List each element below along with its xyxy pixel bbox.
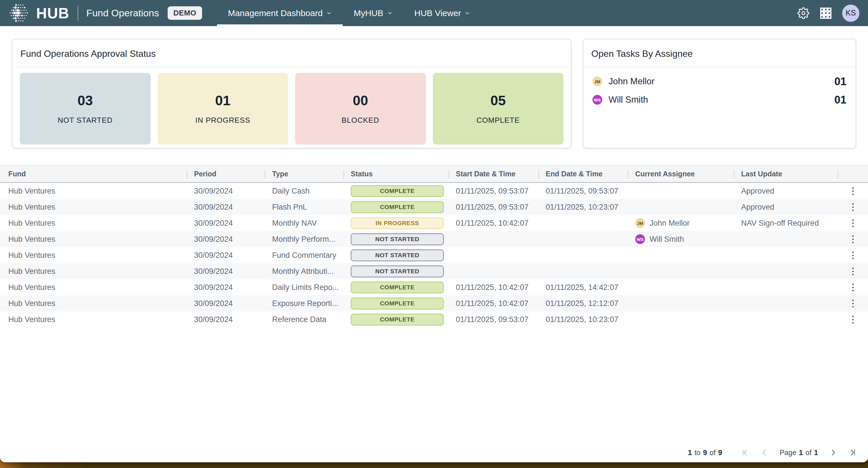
- apps-grid-button[interactable]: [820, 7, 832, 19]
- cell-start-date: 01/11/2025, 10:42:07: [448, 279, 538, 295]
- column-header-fund[interactable]: Fund: [0, 165, 187, 182]
- cell-fund: Hub Ventures: [0, 247, 187, 263]
- nav-tab-label: Management Dashboard: [228, 8, 322, 18]
- user-avatar[interactable]: KS: [842, 5, 859, 22]
- range-start: 1: [688, 448, 692, 457]
- cell-last-update: [734, 263, 838, 279]
- cell-start-date: 01/11/2025, 10:42:07: [448, 215, 538, 231]
- cell-start-date: 01/11/2025, 10:42:07: [448, 295, 538, 311]
- cell-end-date: 01/11/2025, 10:23:07: [538, 199, 628, 215]
- assignee-open-task-count: 01: [834, 75, 846, 88]
- cell-fund: Hub Ventures: [0, 311, 187, 328]
- row-menu-button[interactable]: [849, 185, 857, 198]
- cell-actions: [838, 247, 868, 263]
- table-row[interactable]: Hub Ventures30/09/2024Flash PnLCOMPLETE0…: [0, 199, 868, 215]
- approval-status-card: Fund Operations Approval Status 03NOT ST…: [12, 39, 571, 148]
- tile-count: 05: [491, 93, 506, 108]
- cell-start-date: 01/11/2025, 09:53:07: [448, 311, 538, 328]
- assignee-name: John Mellor: [609, 76, 654, 87]
- cell-fund: Hub Ventures: [0, 263, 187, 279]
- cell-period: 30/09/2024: [187, 279, 265, 295]
- cell-last-update: NAV Sign-off Required: [734, 215, 838, 231]
- row-menu-button[interactable]: [849, 200, 857, 214]
- cell-period: 30/09/2024: [187, 295, 265, 311]
- settings-button[interactable]: [797, 7, 809, 19]
- table-row[interactable]: Hub Ventures30/09/2024Exposure Reporti..…: [0, 295, 868, 311]
- tile-label: BLOCKED: [342, 116, 379, 125]
- table-row[interactable]: Hub Ventures30/09/2024Daily Limits Repo.…: [0, 279, 868, 295]
- cell-current-assignee: [628, 311, 734, 328]
- cell-type: Monthly Perform...: [265, 231, 343, 247]
- column-header-period[interactable]: Period: [187, 165, 265, 182]
- table-row[interactable]: Hub Ventures30/09/2024Fund CommentaryNOT…: [0, 247, 868, 263]
- chevron-right-icon: [829, 448, 838, 457]
- assignee-row-john-mellor[interactable]: JMJohn Mellor01: [583, 72, 856, 91]
- row-menu-button[interactable]: [849, 281, 857, 294]
- kebab-dot: [852, 220, 854, 221]
- cell-start-date: 01/11/2025, 09:53:07: [448, 183, 538, 199]
- grid-icon: [820, 7, 832, 19]
- row-menu-button[interactable]: [849, 265, 857, 278]
- next-page-button[interactable]: [829, 448, 838, 457]
- main-nav-tabs: Management DashboardMyHUBHUB Viewer: [217, 0, 481, 26]
- cell-type: Exposure Reporti...: [265, 295, 343, 311]
- cell-last-update: [734, 311, 838, 328]
- tile-count: 00: [353, 93, 368, 108]
- row-menu-button[interactable]: [849, 248, 857, 262]
- table-row[interactable]: Hub Ventures30/09/2024Daily CashCOMPLETE…: [0, 183, 868, 199]
- row-menu-button[interactable]: [849, 216, 857, 230]
- column-header-current-assignee[interactable]: Current Assignee: [628, 165, 734, 182]
- cell-end-date: 01/11/2025, 09:53:07: [538, 183, 628, 199]
- cell-current-assignee: [628, 199, 734, 215]
- cell-start-date: [448, 263, 538, 279]
- cell-actions: [838, 295, 868, 311]
- kebab-dot: [852, 287, 854, 288]
- table-row[interactable]: Hub Ventures30/09/2024Reference DataCOMP…: [0, 311, 868, 328]
- status-chip-complete: COMPLETE: [351, 298, 444, 309]
- first-page-button[interactable]: [741, 448, 749, 457]
- cell-current-assignee: JMJohn Mellor: [628, 215, 734, 231]
- column-header-actions: [838, 165, 868, 182]
- row-menu-button[interactable]: [849, 297, 857, 310]
- cell-end-date: 01/11/2025, 14:42:07: [538, 279, 628, 295]
- column-header-end-date-time[interactable]: End Date & Time: [538, 165, 628, 182]
- nav-tab-hub-viewer[interactable]: HUB Viewer: [404, 0, 482, 26]
- avatar: JM: [635, 218, 645, 228]
- table-row[interactable]: Hub Ventures30/09/2024Monthly Perform...…: [0, 231, 868, 247]
- table-row[interactable]: Hub Ventures30/09/2024Monthly Attributi.…: [0, 263, 868, 279]
- last-page-button[interactable]: [848, 448, 857, 457]
- assignee-row-will-smith[interactable]: WSWill Smith01: [583, 91, 856, 109]
- demo-badge: DEMO: [167, 6, 202, 20]
- assignee-name: Will Smith: [650, 235, 684, 244]
- nav-tab-management-dashboard[interactable]: Management Dashboard: [217, 0, 343, 26]
- status-chip-not-started: NOT STARTED: [351, 249, 444, 261]
- range-of-text: of: [710, 448, 716, 457]
- kebab-dot: [852, 223, 854, 224]
- column-header-status[interactable]: Status: [343, 165, 448, 182]
- row-menu-button[interactable]: [849, 313, 857, 326]
- column-header-last-update[interactable]: Last Update: [734, 165, 838, 182]
- status-chip-in-progress: IN PROGRESS: [351, 218, 444, 229]
- row-menu-button[interactable]: [849, 233, 857, 246]
- cell-end-date: [538, 247, 628, 263]
- nav-tab-myhub[interactable]: MyHUB: [343, 0, 403, 26]
- column-header-type[interactable]: Type: [265, 165, 343, 182]
- avatar: JM: [592, 76, 602, 86]
- column-header-start-date-time[interactable]: Start Date & Time: [448, 165, 538, 182]
- previous-page-button[interactable]: [760, 448, 769, 457]
- cell-last-update: [734, 279, 838, 295]
- gear-icon: [797, 7, 809, 19]
- status-tile-complete: 05COMPLETE: [433, 73, 564, 144]
- avatar: WS: [592, 95, 602, 105]
- page-text: Page: [780, 448, 796, 457]
- cell-period: 30/09/2024: [187, 183, 265, 199]
- kebab-dot: [852, 274, 854, 275]
- cell-period: 30/09/2024: [187, 231, 265, 247]
- card-divider: [13, 67, 570, 67]
- chevron-down-icon: [464, 10, 470, 16]
- cell-current-assignee: [628, 263, 734, 279]
- brand-name: HUB: [36, 5, 69, 22]
- table-row[interactable]: Hub Ventures30/09/2024Monthly NAVIN PROG…: [0, 215, 868, 231]
- kebab-dot: [852, 194, 854, 195]
- kebab-dot: [852, 322, 854, 324]
